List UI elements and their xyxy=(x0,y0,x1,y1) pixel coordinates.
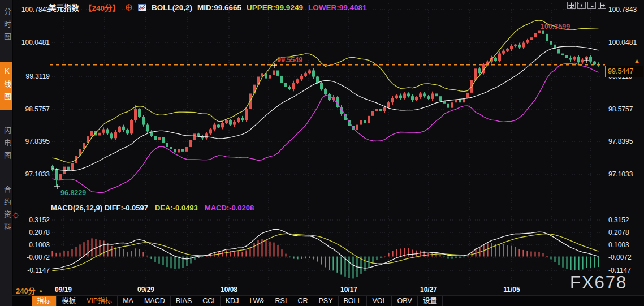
macd-legend: MACD(26,12,9) DIFF:-0.0597 DEA:-0.0493 M… xyxy=(51,204,254,212)
sidebar-tab-0[interactable]: 分时图 xyxy=(0,3,12,50)
axis-tick-label: 98.5757 xyxy=(25,105,50,113)
period-up-arrow-icon: ▲ xyxy=(38,288,44,294)
trading-app-window: 96.822999.5549100.3599 分时图K线图闪电图合约资料 美元指… xyxy=(0,0,644,306)
axis-tick-label: 97.1033 xyxy=(25,170,50,178)
toolbar-item-14[interactable]: OBV xyxy=(392,296,417,306)
axis-tick-label: 99.3119 xyxy=(26,72,50,80)
date-label: 10/17 xyxy=(340,286,357,294)
axis-tick-label: 0.1003 xyxy=(608,241,629,249)
sidebar-tab-2[interactable]: 闪电图 xyxy=(0,122,12,169)
svg-text:100.3599: 100.3599 xyxy=(541,23,570,31)
left-sidebar: 分时图K线图闪电图合约资料 xyxy=(0,0,13,306)
axis-tick-label: 97.1033 xyxy=(608,170,633,178)
toolbar-item-0[interactable]: 指标 xyxy=(32,296,57,306)
sidebar-tab-1[interactable]: K线图 xyxy=(0,62,12,110)
boll-upper-value: UPPER:99.9249 xyxy=(247,3,303,12)
pan-icon[interactable] xyxy=(567,2,576,9)
indicator-toolbar: 指标模板VIP指标MAMACDBIASCCIKDJLW&RSICRPSYBOLL… xyxy=(12,295,644,306)
date-label: 11/05 xyxy=(503,286,520,294)
toolbar-item-13[interactable]: VOL xyxy=(367,296,392,306)
fit-vertical-axis-icon[interactable] xyxy=(577,2,586,9)
date-label: 10/27 xyxy=(420,286,437,294)
svg-text:96.8229: 96.8229 xyxy=(60,189,86,197)
date-label: 10/08 xyxy=(221,286,237,294)
svg-text:99.5549: 99.5549 xyxy=(277,56,302,64)
price-marker-arrow-icon: ▲ xyxy=(634,58,640,64)
axis-tick-label: 97.8395 xyxy=(608,137,633,145)
toolbar-item-11[interactable]: PSY xyxy=(313,296,338,306)
macd-diff-value: MACD(26,12,9) DIFF:-0.0597 xyxy=(51,204,148,212)
chart-type-icon[interactable] xyxy=(138,4,146,11)
axis-tick-label: 100.0481 xyxy=(21,38,50,46)
period-selector[interactable]: 240分 ▲ xyxy=(16,285,44,296)
sidebar-tab-3[interactable]: 合约资料 xyxy=(0,180,12,240)
axis-tick-label: 97.8395 xyxy=(25,137,50,145)
chart-tool-icons xyxy=(567,2,606,9)
watermark-logo: FX678 xyxy=(570,273,627,293)
last-price-box: 99.5447 xyxy=(605,66,643,77)
toolbar-item-1[interactable]: 模板 xyxy=(57,296,81,306)
axis-tick-label: -0.1147 xyxy=(27,266,50,274)
axis-tick-label: 100.7843 xyxy=(21,6,50,14)
symbol-name: 美元指数 xyxy=(49,2,79,13)
axis-tick-label: 0.3152 xyxy=(29,216,50,224)
axis-tick-label: -0.0072 xyxy=(608,253,632,261)
toolbar-item-8[interactable]: LW& xyxy=(244,296,270,306)
toolbar-item-12[interactable]: BOLL xyxy=(339,296,368,306)
axis-tick-label: 100.0481 xyxy=(608,38,637,46)
fit-horizontal-axis-icon[interactable] xyxy=(587,2,596,9)
toolbar-item-4[interactable]: MACD xyxy=(139,296,171,306)
date-label: 09/29 xyxy=(137,286,154,294)
boll-lower-value: LOWER:99.4081 xyxy=(308,3,367,12)
axis-tick-label: 100.7843 xyxy=(608,6,637,14)
macd-hist-value: MACD:-0.0208 xyxy=(205,204,254,212)
date-label: 09/19 xyxy=(55,286,72,294)
boll-mid-value: MID:99.6665 xyxy=(197,3,241,12)
axis-tick-label: 0.1003 xyxy=(29,241,50,249)
target-icon[interactable] xyxy=(125,3,133,11)
axis-tick-label: 0.2078 xyxy=(29,229,50,236)
axis-tick-label: 0.3152 xyxy=(608,216,629,224)
macd-dea-value: DEA:-0.0493 xyxy=(155,204,198,212)
period-text: 240分 xyxy=(16,285,36,296)
toolbar-item-15[interactable]: 设置 xyxy=(418,296,443,306)
axis-tick-label: -0.0072 xyxy=(27,253,50,261)
chart-canvas[interactable]: 96.822999.5549100.3599 xyxy=(0,0,644,306)
toolbar-item-9[interactable]: RSI xyxy=(270,296,293,306)
shift-right-icon[interactable] xyxy=(598,2,606,9)
boll-label: BOLL(20,2) xyxy=(152,3,192,12)
period-label: 【240分】 xyxy=(84,2,120,13)
toolbar-item-3[interactable]: MA xyxy=(118,296,139,306)
toolbar-item-2[interactable]: VIP指标 xyxy=(81,296,118,306)
chart-header: 美元指数 【240分】 BOLL(20,2) MID:99.6665 UPPER… xyxy=(49,2,366,13)
axis-tick-label: 98.5757 xyxy=(608,105,633,113)
alert-icon[interactable] xyxy=(12,212,19,219)
axis-tick-label: 0.2078 xyxy=(608,229,629,236)
toolbar-item-7[interactable]: KDJ xyxy=(221,296,245,306)
toolbar-item-6[interactable]: CCI xyxy=(197,296,221,306)
toolbar-item-10[interactable]: CR xyxy=(292,296,313,306)
toolbar-item-5[interactable]: BIAS xyxy=(171,296,198,306)
